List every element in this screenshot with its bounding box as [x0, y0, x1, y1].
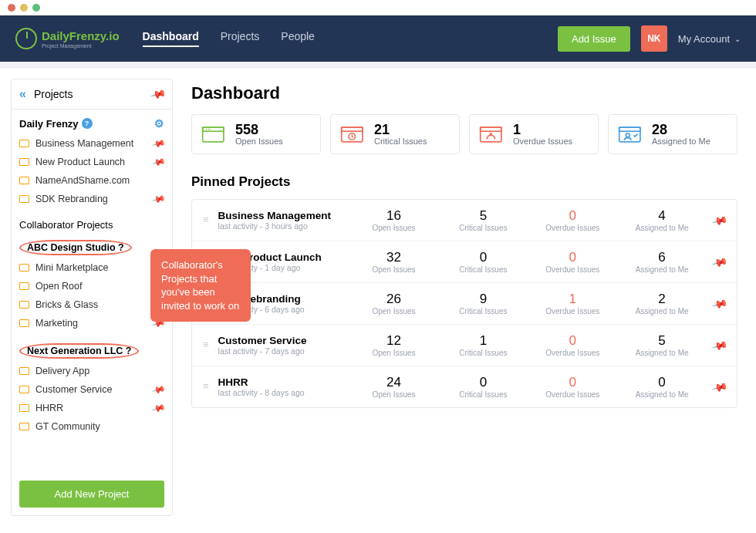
open-issues-value: 26 — [349, 292, 439, 307]
add-project-button[interactable]: Add New Project — [19, 481, 164, 508]
callout-tooltip: Collaborator's Projects that you've been… — [150, 249, 251, 322]
close-window-icon[interactable] — [8, 4, 15, 12]
pinned-project-row[interactable]: ≡SDK Rebrandinglast activity - 6 days ag… — [192, 283, 737, 325]
chevron-down-icon: ⌄ — [734, 35, 741, 43]
collab-group-abc[interactable]: ABC Design Studio ? — [19, 240, 132, 255]
sidebar-project-item[interactable]: New Product Launch📌 — [19, 153, 164, 171]
window-titlebar — [0, 0, 756, 15]
sidebar-project-item[interactable]: Business Management📌 — [19, 134, 164, 153]
svg-point-9 — [490, 133, 492, 135]
pin-icon[interactable]: 📌 — [151, 191, 167, 207]
pin-icon[interactable]: 📌 — [151, 136, 167, 151]
sidebar-project-item[interactable]: GT Community — [19, 417, 164, 436]
drag-handle-icon[interactable]: ≡ — [203, 342, 209, 348]
pin-icon[interactable]: 📌 — [710, 211, 728, 228]
svg-point-3 — [208, 129, 210, 130]
project-name: Bricks & Glass — [35, 299, 98, 310]
svg-rect-11 — [619, 127, 640, 131]
sidebar-project-item[interactable]: SDK Rebranding📌 — [19, 190, 164, 208]
pin-icon[interactable]: 📌 — [710, 336, 728, 353]
stat-label: Assigned to Me — [652, 137, 710, 146]
svg-point-12 — [626, 133, 629, 137]
nav-dashboard[interactable]: Dashboard — [143, 30, 199, 47]
critical-issues-value: 1 — [438, 333, 528, 349]
sidebar-project-item[interactable]: HHRR📌 — [19, 399, 164, 417]
top-navigation: DailyFrenzy.io Project Management Dashbo… — [0, 15, 756, 62]
project-name: Business Management — [35, 138, 133, 149]
my-account-menu[interactable]: My Account ⌄ — [678, 33, 741, 45]
overdue-issues-value: 0 — [528, 333, 617, 349]
project-name: Customer Service — [218, 335, 349, 346]
pinned-project-row[interactable]: ≡HHRRlast activity - 8 days ago24Open Is… — [192, 366, 737, 407]
stat-label: Open Issues — [235, 137, 283, 146]
project-name: NameAndShame.com — [35, 175, 130, 186]
sidebar-project-item[interactable]: NameAndShame.com — [19, 171, 164, 190]
project-name: Marketing — [35, 318, 78, 329]
pinned-project-row[interactable]: ≡New Product Launchlast activity - 1 day… — [192, 241, 737, 283]
drag-handle-icon[interactable]: ≡ — [203, 218, 209, 223]
folder-icon — [19, 140, 29, 147]
add-issue-button[interactable]: Add Issue — [558, 26, 630, 52]
help-icon[interactable]: ? — [118, 242, 124, 253]
project-name: Mini Marketplace — [35, 262, 108, 273]
nav-projects[interactable]: Projects — [221, 30, 260, 47]
folder-icon — [19, 404, 29, 412]
zoom-window-icon[interactable] — [32, 4, 40, 12]
open-issues-value: 24 — [349, 375, 439, 390]
clock-icon — [15, 28, 37, 49]
main-content: Dashboard 558Open Issues21Critical Issue… — [173, 68, 756, 533]
folder-icon — [19, 319, 29, 327]
folder-icon — [19, 386, 29, 393]
stat-value: 21 — [374, 123, 427, 137]
pin-icon[interactable]: 📌 — [151, 400, 167, 416]
critical-issues-value: 9 — [438, 292, 528, 307]
folder-icon — [19, 177, 29, 184]
svg-rect-0 — [203, 127, 224, 142]
assigned-value: 0 — [617, 375, 707, 390]
org-title: Daily Frenzy — [19, 118, 79, 130]
pinned-project-row[interactable]: ≡Business Managementlast activity - 3 ho… — [192, 200, 737, 241]
pin-icon[interactable]: 📌 — [710, 295, 728, 312]
stat-card[interactable]: 558Open Issues — [191, 114, 321, 154]
minimize-window-icon[interactable] — [20, 4, 28, 12]
pin-icon[interactable]: 📌 — [710, 253, 728, 270]
sidebar-project-item[interactable]: Delivery App — [19, 362, 164, 380]
assigned-value: 5 — [617, 333, 707, 349]
stat-card[interactable]: 1Overdue Issues — [469, 114, 599, 154]
stat-card[interactable]: 28Assigned to Me — [608, 114, 737, 154]
collapse-sidebar-icon[interactable]: « — [19, 87, 26, 101]
svg-rect-1 — [203, 127, 224, 131]
sidebar-project-item[interactable]: Customer Service📌 — [19, 380, 164, 399]
pinned-project-row[interactable]: ≡Customer Servicelast activity - 7 days … — [192, 325, 737, 366]
overdue-issues-value: 1 — [528, 292, 617, 307]
pin-icon[interactable]: 📌 — [710, 378, 728, 395]
user-avatar[interactable]: NK — [641, 25, 667, 52]
critical-issues-value: 0 — [438, 250, 528, 265]
stat-icon — [201, 123, 228, 145]
stat-label: Overdue Issues — [513, 137, 572, 146]
project-name: HHRR — [35, 403, 63, 413]
page-title: Dashboard — [191, 83, 737, 103]
assigned-value: 2 — [617, 292, 707, 307]
folder-icon — [19, 158, 29, 166]
pin-icon[interactable]: 📌 — [151, 382, 167, 397]
stat-card[interactable]: 21Critical Issues — [330, 114, 460, 154]
svg-rect-8 — [481, 127, 501, 131]
overdue-issues-value: 0 — [528, 250, 617, 265]
collab-group-nextgen[interactable]: Next Generation LLC ? — [19, 343, 139, 359]
brand-logo[interactable]: DailyFrenzy.io Project Management — [15, 28, 120, 49]
sidebar-project-item[interactable]: Mini Marketplace — [19, 258, 164, 277]
project-name: Customer Service — [35, 384, 112, 395]
stat-icon — [479, 123, 505, 145]
pin-icon[interactable]: 📌 — [151, 154, 167, 170]
drag-handle-icon[interactable]: ≡ — [203, 384, 209, 390]
stat-icon — [340, 123, 366, 145]
sidebar-project-item[interactable]: Open Roof — [19, 277, 164, 295]
sidebar-project-item[interactable]: Bricks & Glass — [19, 295, 164, 314]
help-icon[interactable]: ? — [82, 118, 93, 129]
settings-icon[interactable]: ⚙ — [154, 117, 164, 130]
nav-people[interactable]: People — [281, 30, 315, 47]
pin-icon[interactable]: 📌 — [149, 86, 167, 103]
help-icon[interactable]: ? — [126, 346, 132, 356]
sidebar-project-item[interactable]: Marketing📌 — [19, 314, 164, 332]
